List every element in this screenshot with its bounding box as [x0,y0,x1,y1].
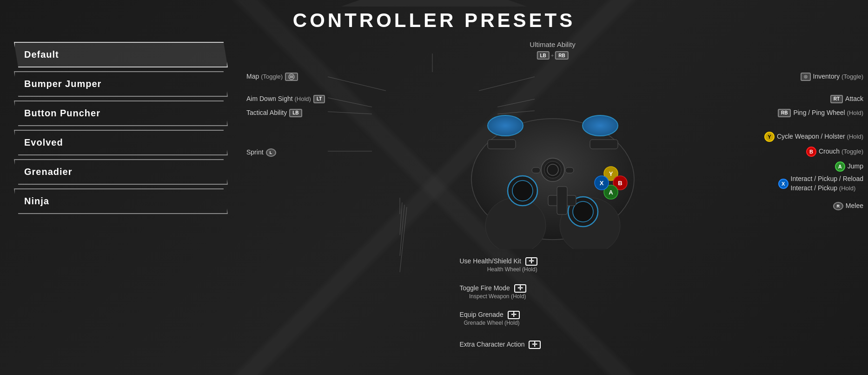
ultimate-badge: LB + RB [530,51,575,60]
svg-point-29 [512,181,533,201]
svg-point-19 [488,115,523,136]
grenade-badge: ✛ [508,311,520,319]
svg-line-9 [400,202,402,235]
aim-text: Aim Down Sight (Hold) [246,94,311,104]
label-health: Use Health/Shield Kit ✛ Health Wheel (Ho… [460,257,537,273]
interact-text: Interact / Pickup / Reload Interact / Pi… [791,174,863,193]
ping-badge: RB [778,109,791,117]
label-tactical: Tactical Ability LB [246,108,302,118]
jump-badge: A [835,161,845,172]
preset-default[interactable]: Default [14,42,228,67]
sprint-text: Sprint [246,148,264,157]
preset-bumper-jumper[interactable]: Bumper Jumper [14,71,228,97]
ping-text: Ping / Ping Wheel (Hold) [793,108,863,118]
melee-badge: R [833,202,843,210]
label-fire-mode: Toggle Fire Mode ✛ Inspect Weapon (Hold) [460,284,526,300]
fire-mode-badge: ✛ [514,284,526,293]
attack-text: Attack [845,94,863,104]
svg-line-1 [328,98,372,107]
label-crouch: B Crouch (Toggle) [806,147,863,157]
attack-badge: RT [830,95,843,103]
svg-text:A: A [609,189,613,196]
preset-button-puncher[interactable]: Button Puncher [14,100,228,126]
svg-line-2 [328,112,372,114]
jump-text: Jump [848,162,863,171]
label-map: Map (Toggle) [246,72,298,81]
health-text: Use Health/Shield Kit ✛ [460,257,537,266]
label-melee: R Melee [833,201,863,211]
fire-mode-subtext: Inspect Weapon (Hold) [460,293,526,300]
preset-ninja[interactable]: Ninja [14,188,228,214]
svg-rect-33 [557,187,567,214]
label-ultimate: Ultimate Ability LB + RB [530,40,575,60]
svg-text:B: B [618,180,622,187]
svg-point-20 [583,115,618,136]
label-jump: A Jump [835,161,863,172]
inventory-text: Inventory (Toggle) [813,72,863,81]
health-badge: ✛ [525,257,537,266]
svg-rect-26 [532,167,540,173]
label-aim-down-sight: Aim Down Sight (Hold) LT [246,94,325,104]
sprint-badge: L [266,148,276,157]
extra-character-badge: ✛ [529,341,541,349]
label-interact: X Interact / Pickup / Reload Interact / … [778,174,863,193]
svg-text:X: X [599,180,603,187]
page-title: CONTROLLER PRESETS [0,9,868,32]
melee-text: Melee [846,201,863,211]
crouch-text: Crouch (Toggle) [819,147,863,156]
label-grenade: Equip Grenade ✛ Grenade Wheel (Hold) [460,310,520,326]
label-cycle-weapon: Y Cycle Weapon / Holster (Hold) [764,132,863,142]
label-extra-character: Extra Character Action ✛ [460,340,541,349]
interact-badge: X [778,179,788,189]
map-badge [285,73,298,81]
tactical-text: Tactical Ability [246,108,287,118]
svg-line-11 [400,207,407,272]
label-sprint: Sprint L [246,148,276,157]
tactical-badge: LB [289,109,302,117]
page-title-container: CONTROLLER PRESETS [0,0,868,32]
grenade-subtext: Grenade Wheel (Hold) [460,320,520,326]
label-inventory: Inventory (Toggle) [801,72,863,81]
grenade-text: Equip Grenade ✛ [460,310,520,320]
label-ping: RB Ping / Ping Wheel (Hold) [778,108,863,118]
controller-layout: Ultimate Ability LB + RB Map (Toggle) [237,35,868,375]
map-text: Map (Toggle) [246,72,283,81]
svg-point-17 [485,198,546,249]
preset-grenadier[interactable]: Grenadier [14,159,228,185]
svg-text:Y: Y [609,170,613,177]
svg-rect-22 [590,140,618,149]
cycle-badge: Y [764,132,775,142]
preset-evolved[interactable]: Evolved [14,130,228,155]
fire-mode-text: Toggle Fire Mode ✛ [460,284,526,293]
svg-line-0 [328,77,386,91]
label-attack: RT Attack [830,94,863,104]
svg-rect-27 [565,167,574,173]
svg-rect-21 [488,140,516,149]
health-subtext: Health Wheel (Hold) [460,266,537,273]
aim-badge: LT [313,95,325,103]
cycle-text: Cycle Weapon / Holster (Hold) [777,132,863,141]
extra-character-text: Extra Character Action ✛ [460,340,541,349]
inventory-badge [801,73,811,81]
controller-image: Y B A X [441,72,664,249]
ultimate-label: Ultimate Ability [530,40,575,49]
crouch-badge: B [806,147,816,157]
preset-list: Default Bumper Jumper Button Puncher Evo… [14,42,228,214]
svg-line-10 [400,205,404,256]
